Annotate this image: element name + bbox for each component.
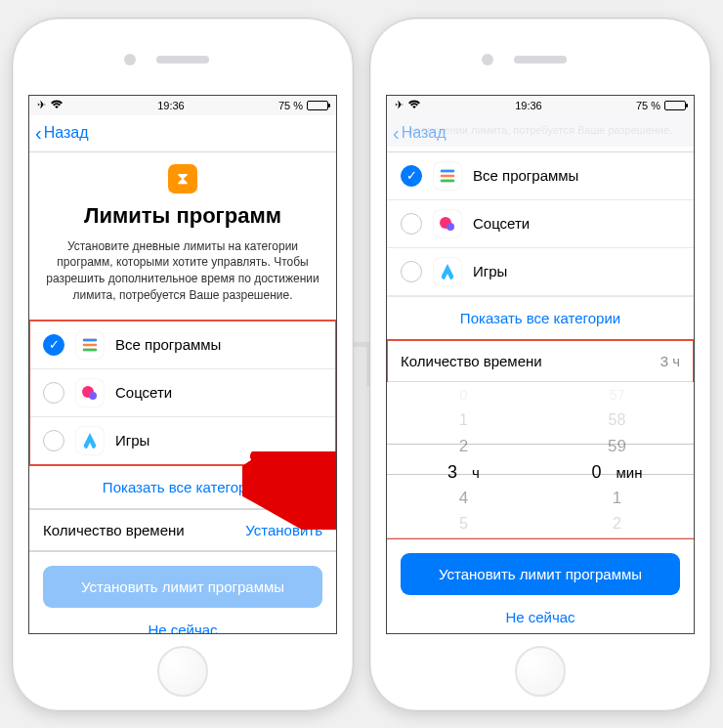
hours-column[interactable]: 0 1 2 3 ч 4 5 xyxy=(387,382,540,537)
home-button[interactable] xyxy=(157,646,208,697)
show-all-categories-link[interactable]: Показать все категории xyxy=(387,296,694,339)
category-row-games[interactable]: Игры xyxy=(387,248,694,296)
radio-unchecked-icon xyxy=(401,261,422,282)
hourglass-icon: ⧗ xyxy=(168,164,197,193)
airplane-icon: ✈︎ xyxy=(395,99,404,111)
radio-checked-icon: ✓ xyxy=(401,165,422,187)
status-bar: ✈︎ 19:36 75 % xyxy=(387,96,694,115)
category-label: Соцсети xyxy=(473,215,530,232)
category-row-all[interactable]: ✓ Все программы xyxy=(387,152,694,200)
category-label: Соцсети xyxy=(115,384,172,401)
content-right: ✓ Все программы Соцсети xyxy=(387,152,694,633)
status-left: ✈︎ xyxy=(395,99,421,111)
radio-unchecked-icon xyxy=(43,430,64,451)
screen-right: ✈︎ 19:36 75 % ‹ Назад достижении лимита,… xyxy=(386,95,695,634)
status-left: ✈︎ xyxy=(37,99,64,111)
phone-frame-right: ✈︎ 19:36 75 % ‹ Назад достижении лимита,… xyxy=(369,18,711,711)
page-description: Установите дневные лимиты на категории п… xyxy=(45,238,320,304)
status-bar: ✈︎ 19:36 75 % xyxy=(29,96,336,115)
hours-unit: ч xyxy=(472,464,480,481)
radio-checked-icon: ✓ xyxy=(43,334,64,356)
category-row-all[interactable]: ✓ Все программы xyxy=(29,321,336,369)
header-block: ⧗ Лимиты программ Установите дневные лим… xyxy=(29,152,336,321)
games-icon xyxy=(434,258,461,285)
set-time-action[interactable]: Установить xyxy=(245,522,322,538)
speaker-grill xyxy=(156,56,209,64)
status-time: 19:36 xyxy=(515,100,542,111)
time-picker[interactable]: 0 1 2 3 ч 4 5 57 58 59 0 мин 1 2 xyxy=(387,382,694,538)
nav-bar: ‹ Назад xyxy=(29,115,336,152)
svg-point-3 xyxy=(447,223,454,231)
battery-icon xyxy=(664,101,686,110)
social-icon xyxy=(434,210,461,237)
phone-frame-left: ✈︎ 19:36 75 % ‹ Назад ⧗ Лимиты программ … xyxy=(12,18,354,711)
time-amount-row[interactable]: Количество времени Установить xyxy=(29,509,336,551)
category-label: Игры xyxy=(115,432,149,449)
status-right: 75 % xyxy=(636,100,686,111)
svg-point-1 xyxy=(89,392,97,400)
category-row-games[interactable]: Игры xyxy=(29,417,336,464)
all-apps-icon xyxy=(76,331,104,359)
footer-section: Установить лимит программы Не сейчас xyxy=(387,538,694,633)
minutes-unit: мин xyxy=(617,464,643,481)
category-label: Все программы xyxy=(115,336,221,353)
back-button[interactable]: ‹ Назад xyxy=(35,123,89,143)
airplane-icon: ✈︎ xyxy=(37,99,46,111)
social-icon xyxy=(76,379,104,407)
set-limit-button[interactable]: Установить лимит программы xyxy=(43,566,322,608)
wifi-icon xyxy=(50,100,64,111)
time-label: Количество времени xyxy=(401,353,542,369)
time-amount-row[interactable]: Количество времени 3 ч xyxy=(387,340,694,382)
camera-dot xyxy=(482,54,493,65)
dimmed-scroll-text: достижении лимита, потребуется Ваше разр… xyxy=(387,115,694,147)
not-now-link[interactable]: Не сейчас xyxy=(144,618,221,633)
show-all-section: Показать все категории xyxy=(29,465,336,509)
status-right: 75 % xyxy=(278,100,328,111)
hours-selected: 3 xyxy=(447,462,457,483)
page-title: Лимиты программ xyxy=(45,203,320,229)
camera-dot xyxy=(124,54,136,65)
footer-section: Установить лимит программы Не сейчас xyxy=(29,551,336,633)
home-button[interactable] xyxy=(515,646,566,697)
battery-percent: 75 % xyxy=(636,100,660,111)
all-apps-icon xyxy=(434,162,461,190)
time-value: 3 ч xyxy=(660,353,680,369)
screen-left: ✈︎ 19:36 75 % ‹ Назад ⧗ Лимиты программ … xyxy=(28,95,337,634)
category-row-social[interactable]: Соцсети xyxy=(29,369,336,417)
radio-unchecked-icon xyxy=(43,382,64,404)
time-label: Количество времени xyxy=(43,522,185,538)
radio-unchecked-icon xyxy=(401,213,422,235)
content-left: ⧗ Лимиты программ Установите дневные лим… xyxy=(29,152,336,633)
minutes-column[interactable]: 57 58 59 0 мин 1 2 xyxy=(540,382,694,537)
set-limit-button[interactable]: Установить лимит программы xyxy=(401,553,680,595)
category-row-social[interactable]: Соцсети xyxy=(387,200,694,248)
category-list: ✓ Все программы Соцсети xyxy=(387,152,694,340)
status-time: 19:36 xyxy=(157,100,185,111)
games-icon xyxy=(76,427,104,454)
category-label: Игры xyxy=(473,263,507,279)
minutes-selected: 0 xyxy=(591,462,601,483)
back-label: Назад xyxy=(44,124,89,142)
chevron-left-icon: ‹ xyxy=(35,123,42,143)
speaker-grill xyxy=(514,56,567,64)
wifi-icon xyxy=(407,100,421,111)
category-list: ✓ Все программы Соцсети xyxy=(29,321,336,465)
nav-bar: ‹ Назад достижении лимита, потребуется В… xyxy=(387,115,694,152)
battery-percent: 75 % xyxy=(278,100,303,111)
time-picker-highlight: Количество времени 3 ч 0 1 2 3 ч 4 5 57 xyxy=(387,340,694,538)
show-all-categories-link[interactable]: Показать все категории xyxy=(29,465,336,508)
not-now-link[interactable]: Не сейчас xyxy=(501,605,578,629)
category-label: Все программы xyxy=(473,167,578,184)
battery-icon xyxy=(307,101,328,110)
